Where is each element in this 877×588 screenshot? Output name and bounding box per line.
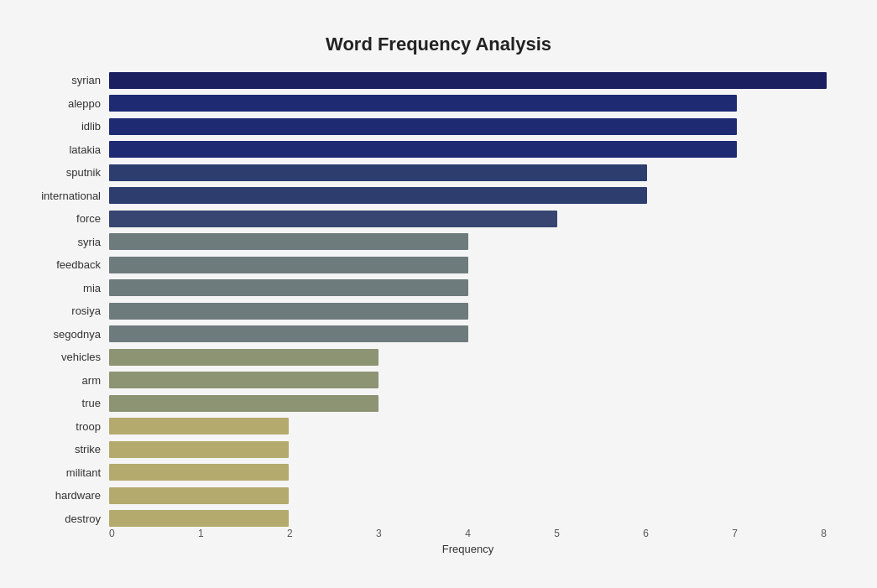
bar-label: mia <box>17 282 109 294</box>
bar <box>109 187 647 204</box>
bar <box>109 325 468 342</box>
bar <box>109 164 647 181</box>
bar <box>109 279 468 296</box>
bar-label: true <box>17 397 109 409</box>
bar <box>109 118 737 135</box>
bar-label: destroy <box>17 513 109 525</box>
bar-row: sputnik <box>109 162 827 184</box>
bar-row: vehicles <box>109 346 827 368</box>
bar <box>109 349 378 366</box>
x-tick: 5 <box>554 528 560 539</box>
bar <box>109 464 289 481</box>
chart-area: syrianaleppoidliblatakiasputnikinternati… <box>109 69 827 564</box>
bar-row: syria <box>109 231 827 252</box>
bar-row: mia <box>109 277 827 299</box>
bar <box>109 395 378 412</box>
bar <box>109 510 289 527</box>
bar-label: feedback <box>17 258 109 271</box>
bar-label: rosiya <box>17 304 109 317</box>
bar-row: syrian <box>109 70 827 91</box>
bar-label: sputnik <box>17 166 109 179</box>
bar <box>109 211 557 227</box>
bar <box>109 303 468 320</box>
x-tick: 1 <box>198 528 204 539</box>
bar-label: aleppo <box>17 97 109 110</box>
x-tick: 8 <box>821 528 827 539</box>
bar <box>109 372 378 388</box>
bar-row: idlib <box>109 116 827 138</box>
bar <box>109 487 289 504</box>
bar-row: latakia <box>109 138 827 160</box>
bar-label: arm <box>17 374 109 387</box>
bar <box>109 257 468 273</box>
bar-label: syrian <box>17 74 109 86</box>
bar <box>109 95 737 112</box>
bar <box>109 418 289 434</box>
bar-row: true <box>109 393 827 414</box>
bar-label: syria <box>17 236 109 248</box>
x-tick: 4 <box>465 528 471 539</box>
x-axis: 012345678 Frequency <box>109 528 827 555</box>
bar-label: international <box>17 190 109 202</box>
bar-row: strike <box>109 439 827 461</box>
bar-label: hardware <box>17 489 109 502</box>
bar <box>109 441 289 458</box>
bar-label: force <box>17 212 109 225</box>
bar-row: feedback <box>109 254 827 276</box>
x-tick: 7 <box>732 528 738 539</box>
bar-label: troop <box>17 420 109 433</box>
bar <box>109 72 827 89</box>
bar-label: idlib <box>17 120 109 133</box>
bar-row: international <box>109 185 827 206</box>
bar-label: vehicles <box>17 351 109 363</box>
bar-label: strike <box>17 443 109 455</box>
x-tick: 2 <box>287 528 293 539</box>
x-tick: 3 <box>376 528 382 539</box>
bar-row: rosiya <box>109 300 827 322</box>
bar-label: segodnya <box>17 328 109 341</box>
bar-row: troop <box>109 415 827 437</box>
x-tick: 6 <box>643 528 649 539</box>
bar-row: aleppo <box>109 92 827 114</box>
bar-row: destroy <box>109 507 827 529</box>
bar-row: militant <box>109 461 827 483</box>
bar-row: force <box>109 208 827 230</box>
bar-row: segodnya <box>109 323 827 345</box>
bar <box>109 233 468 250</box>
chart-container: Word Frequency Analysis syrianaleppoidli… <box>17 17 860 588</box>
bar-row: hardware <box>109 485 827 507</box>
x-tick: 0 <box>109 528 115 539</box>
bar-row: arm <box>109 369 827 391</box>
bar <box>109 141 737 158</box>
x-axis-label: Frequency <box>109 543 827 555</box>
bar-label: latakia <box>17 143 109 156</box>
bars-wrapper: syrianaleppoidliblatakiasputnikinternati… <box>109 69 827 530</box>
chart-title: Word Frequency Analysis <box>50 34 827 55</box>
bar-label: militant <box>17 466 109 479</box>
